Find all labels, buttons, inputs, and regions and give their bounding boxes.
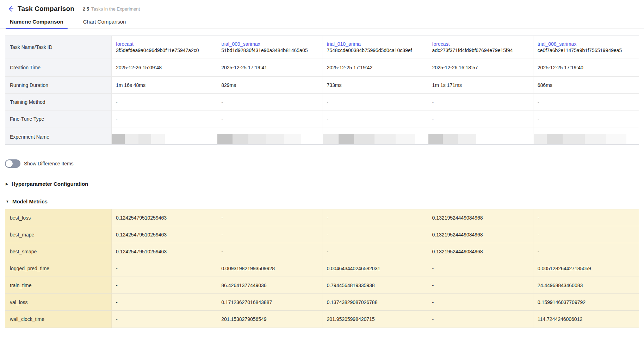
info-value-cell: 2025-12-25 17:19:42 [322,58,428,76]
metric-value-cell: 201.95205998420715 [322,311,428,328]
metric-value-cell: - [322,226,428,243]
task-name-link[interactable]: forecast [432,41,450,47]
metric-value-cell: - [322,243,428,260]
loading-cell [533,127,639,145]
info-row-label: Experiment Name [5,127,112,145]
show-difference-label: Show Difference Items [24,161,74,166]
task-name-link[interactable]: trial_008_sarimax [538,41,577,47]
metric-value-cell: 0.13743829087026788 [322,294,428,310]
metric-value-cell: 0.17123627016843887 [217,294,322,310]
section-model-metrics[interactable]: ▼ Model Metrics [6,198,644,204]
metric-value-cell: 0.005128264427185059 [533,260,639,277]
section-title: Model Metrics [12,198,48,204]
info-value-cell: 2025-12-26 15:09:48 [112,58,217,76]
metric-name: best_mape [5,226,112,243]
metric-value-cell: - [533,209,639,226]
metric-value-cell: 0.1599146037709792 [533,294,639,310]
info-row-label: Task Name/Task ID [5,36,112,58]
task-cell: trial_010_arima7548ccde00384b75995d5d0ca… [322,36,428,58]
info-value-cell: - [322,94,428,110]
metric-value-cell: 0.7944564819335938 [322,277,428,293]
loading-cell [322,127,428,145]
metrics-table-row: best_smape0.12425479510259463--0.1321952… [5,243,639,260]
arrow-left-icon [7,5,14,12]
info-value-cell: - [533,94,639,110]
info-table-row: Task Name/Task IDforecast3f5defdea9a0496… [5,36,639,58]
info-value-cell: 2025-12-26 16:18:57 [428,58,533,76]
metric-value-cell: - [217,209,322,226]
info-value-cell: - [322,110,428,127]
task-cell: trial_009_sarimax51bd1d92836f431e90a3484… [217,36,322,58]
metric-value-cell: 0.12425479510259463 [112,226,217,243]
task-id: 51bd1d92836f431e90a3484b81465a05 [221,48,308,53]
info-table: Task Name/Task IDforecast3f5defdea9a0496… [5,36,639,145]
page-header: Task Comparison 2 5 Tasks in the Experim… [0,0,644,13]
metric-value-cell: 114.7244246006012 [533,311,639,328]
info-value-cell: - [112,110,217,127]
metrics-table-row: train_time-86.426413774490360.7944564819… [5,277,639,294]
info-value-cell: - [428,94,533,110]
caret-right-icon: ▶ [6,182,8,186]
metric-name: best_smape [5,243,112,260]
info-value-cell: 2025-12-25 17:19:40 [533,58,639,76]
task-id: ce0f7a6b2e11475a9b1f756519949ea5 [538,48,622,53]
metric-value-cell: 0.009319821993509928 [217,260,322,277]
info-table-row: Experiment Name [5,127,639,145]
metric-name: val_loss [5,294,112,310]
info-value-cell: 1m 1s 171ms [428,77,533,93]
task-name-link[interactable]: trial_010_arima [327,41,361,47]
info-row-label: Creation Time [5,58,112,76]
task-name-link[interactable]: forecast [116,41,134,47]
metric-value-cell: - [533,226,639,243]
info-value-cell: - [428,110,533,127]
metric-value-cell: 86.42641377449036 [217,277,322,293]
task-count: 2 5 Tasks in the Experiment [83,6,140,12]
back-button[interactable] [6,5,15,13]
metric-name: wall_clock_time [5,311,112,328]
task-cell: trial_008_sarimaxce0f7a6b2e11475a9b1f756… [533,36,639,58]
caret-down-icon: ▼ [6,200,9,203]
metric-value-cell: - [217,243,322,260]
metric-value-cell: - [112,260,217,277]
metric-value-cell: 0.13219524449084968 [428,209,533,226]
metrics-table-row: val_loss-0.171236270168438870.1374382908… [5,294,639,311]
task-cell: forecast3f5defdea9a0496d9b0f11e75947a2c0 [112,36,217,58]
metric-name: train_time [5,277,112,293]
loading-skeleton [217,134,301,145]
tab-numeric-comparison[interactable]: Numeric Comparison [10,19,63,29]
loading-skeleton [534,134,626,145]
toggle-knob [6,160,13,167]
info-row-label: Training Method [5,94,112,110]
info-row-label: Running Duration [5,77,112,93]
metric-name: logged_pred_time [5,260,112,277]
metric-value-cell: - [533,243,639,260]
info-table-row: Fine-Tune Type----- [5,110,639,127]
metric-name: best_loss [5,209,112,226]
loading-cell [112,127,217,145]
info-table-row: Training Method----- [5,94,639,110]
metric-value-cell: - [112,311,217,328]
info-value-cell: 1m 16s 48ms [112,77,217,93]
metric-value-cell: - [428,311,533,328]
info-value-cell: 829ms [217,77,322,93]
metric-value-cell: 0.13219524449084968 [428,226,533,243]
task-name-link[interactable]: trial_009_sarimax [221,41,260,47]
section-title: Hyperparameter Configuration [12,181,88,187]
info-table-row: Creation Time2025-12-26 15:09:482025-12-… [5,58,639,77]
loading-skeleton [323,134,415,145]
show-difference-toggle[interactable] [5,159,20,168]
info-table-row: Running Duration1m 16s 48ms829ms733ms1m … [5,77,639,94]
show-difference-row: Show Difference Items [5,159,644,168]
metric-value-cell: - [112,277,217,293]
task-count-number: 2 5 [83,6,89,12]
metric-value-cell: - [112,294,217,310]
task-id: 7548ccde00384b75995d5d0ca10c39ef [327,48,412,53]
info-row-label: Fine-Tune Type [5,110,112,127]
tab-chart-comparison[interactable]: Chart Comparison [83,19,126,29]
info-value-cell: 733ms [322,77,428,93]
loading-cell [428,127,533,145]
metric-value-cell: - [428,294,533,310]
metrics-table-row: wall_clock_time-201.1538279056549201.952… [5,311,639,328]
metric-value-cell: 0.13219524449084968 [428,243,533,260]
section-hyperparameter-configuration[interactable]: ▶ Hyperparameter Configuration [6,181,644,187]
